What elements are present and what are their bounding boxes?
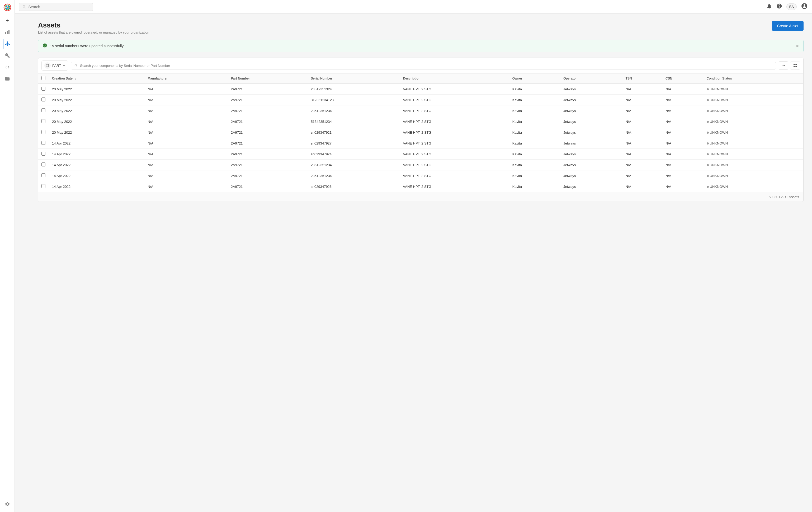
cell-description: VANE HPT, 2 STG [400, 160, 509, 170]
col-csn[interactable]: CSN [662, 74, 703, 84]
close-banner-button[interactable]: ✕ [795, 44, 799, 49]
table-search-box[interactable] [71, 62, 776, 70]
table-row[interactable]: 20 May 2022 N/A 2A9721 23512351324 VANE … [38, 84, 803, 95]
row-checkbox[interactable] [41, 173, 46, 177]
cell-owner: Kavita [509, 181, 560, 192]
sidebar-item-flights[interactable] [3, 39, 12, 49]
sidebar-item-tools[interactable] [3, 51, 12, 60]
view-toggle-button[interactable] [790, 61, 800, 70]
cell-part-number: 2A9721 [228, 95, 308, 105]
sidebar-item-connections[interactable] [3, 62, 12, 72]
sidebar-item-files[interactable] [3, 74, 12, 83]
row-checkbox[interactable] [41, 162, 46, 166]
col-creation-date[interactable]: Creation Date ↓ [49, 74, 144, 84]
cell-part-number: 2A9721 [228, 181, 308, 192]
col-part-number[interactable]: Part Number [228, 74, 308, 84]
table-row[interactable]: 20 May 2022 N/A 2A9721 23512351234 VANE … [38, 105, 803, 116]
col-owner[interactable]: Owner [509, 74, 560, 84]
row-checkbox[interactable] [41, 87, 46, 90]
assets-table: Creation Date ↓ Manufacturer Part Number… [38, 74, 803, 192]
col-condition-status[interactable]: Condition Status [703, 74, 803, 84]
col-description[interactable]: Description [400, 74, 509, 84]
row-checkbox-cell[interactable] [38, 160, 49, 170]
cell-operator: Jetways [560, 116, 622, 127]
notifications-icon[interactable] [766, 3, 772, 10]
user-avatar-icon[interactable] [801, 3, 808, 11]
cell-creation-date: 14 Apr 2022 [49, 181, 144, 192]
search-input[interactable] [29, 5, 89, 9]
more-options-button[interactable]: ··· [779, 61, 788, 70]
sidebar-item-add[interactable]: + [3, 16, 12, 25]
cell-csn: N/A [662, 181, 703, 192]
sidebar-item-settings[interactable] [3, 499, 12, 509]
cell-condition-status: UNKNOWN [703, 160, 803, 170]
sidebar-item-analytics[interactable] [3, 27, 12, 37]
user-badge[interactable]: BA [786, 3, 797, 10]
sidebar: + [0, 0, 15, 512]
row-checkbox[interactable] [41, 130, 46, 134]
cell-operator: Jetways [560, 84, 622, 95]
svg-rect-6 [8, 30, 9, 34]
table-row[interactable]: 20 May 2022 N/A 2A9721 312351234123 VANE… [38, 95, 803, 105]
table-row[interactable]: 20 May 2022 N/A 2A9721 sn029347921 VANE … [38, 127, 803, 138]
table-row[interactable]: 14 Apr 2022 N/A 2A9721 23512351234 VANE … [38, 160, 803, 170]
cell-creation-date: 14 Apr 2022 [49, 138, 144, 149]
search-icon [23, 5, 26, 9]
col-manufacturer[interactable]: Manufacturer [144, 74, 228, 84]
row-checkbox-cell[interactable] [38, 149, 49, 160]
cell-condition-status: UNKNOWN [703, 170, 803, 181]
cell-serial-number: sn029347926 [308, 181, 400, 192]
table-row[interactable]: 14 Apr 2022 N/A 2A9721 23512351234 VANE … [38, 170, 803, 181]
table-row[interactable]: 14 Apr 2022 N/A 2A9721 sn029347926 VANE … [38, 181, 803, 192]
row-checkbox-cell[interactable] [38, 95, 49, 105]
table-row[interactable]: 14 Apr 2022 N/A 2A9721 sn029347924 VANE … [38, 149, 803, 160]
row-checkbox-cell[interactable] [38, 181, 49, 192]
row-checkbox[interactable] [41, 108, 46, 112]
search-box[interactable] [19, 3, 93, 11]
cell-tsn: N/A [622, 84, 662, 95]
cell-tsn: N/A [622, 138, 662, 149]
success-message: 15 serial numbers were updated successfu… [50, 44, 793, 48]
table-search-input[interactable] [80, 64, 773, 68]
row-checkbox[interactable] [41, 98, 46, 102]
page-title-section: Assets List of assets that are owned, op… [38, 21, 149, 34]
cell-serial-number: 23512351234 [308, 160, 400, 170]
cell-csn: N/A [662, 170, 703, 181]
col-tsn[interactable]: TSN [622, 74, 662, 84]
cell-manufacturer: N/A [144, 95, 228, 105]
topbar-right: BA [766, 3, 808, 11]
help-icon[interactable] [776, 3, 782, 10]
cell-part-number: 2A9721 [228, 116, 308, 127]
cell-serial-number: sn029347921 [308, 127, 400, 138]
row-checkbox-cell[interactable] [38, 138, 49, 149]
table-row[interactable]: 14 Apr 2022 N/A 2A9721 sn029347927 VANE … [38, 138, 803, 149]
select-all-header[interactable] [38, 74, 49, 84]
row-checkbox-cell[interactable] [38, 105, 49, 116]
cell-tsn: N/A [622, 149, 662, 160]
row-checkbox[interactable] [41, 184, 46, 188]
cell-operator: Jetways [560, 149, 622, 160]
cell-operator: Jetways [560, 105, 622, 116]
cell-part-number: 2A9721 [228, 105, 308, 116]
row-checkbox-cell[interactable] [38, 116, 49, 127]
cell-tsn: N/A [622, 127, 662, 138]
app-logo [3, 3, 11, 11]
row-checkbox[interactable] [41, 152, 46, 156]
col-serial-number[interactable]: Serial Number [308, 74, 400, 84]
create-asset-button[interactable]: Create Asset [772, 21, 804, 31]
table-header: Creation Date ↓ Manufacturer Part Number… [38, 74, 803, 84]
row-checkbox-cell[interactable] [38, 170, 49, 181]
row-checkbox-cell[interactable] [38, 84, 49, 95]
asset-type-selector[interactable]: PART ▼ [41, 60, 68, 71]
row-checkbox[interactable] [41, 141, 46, 145]
table-row[interactable]: 20 May 2022 N/A 2A9721 51342351234 VANE … [38, 116, 803, 127]
row-checkbox-cell[interactable] [38, 127, 49, 138]
row-checkbox[interactable] [41, 119, 46, 123]
cell-manufacturer: N/A [144, 170, 228, 181]
col-operator[interactable]: Operator [560, 74, 622, 84]
table-body: 20 May 2022 N/A 2A9721 23512351324 VANE … [38, 84, 803, 192]
select-all-checkbox[interactable] [41, 76, 46, 80]
cell-condition-status: UNKNOWN [703, 181, 803, 192]
cell-tsn: N/A [622, 116, 662, 127]
cell-owner: Kavita [509, 149, 560, 160]
